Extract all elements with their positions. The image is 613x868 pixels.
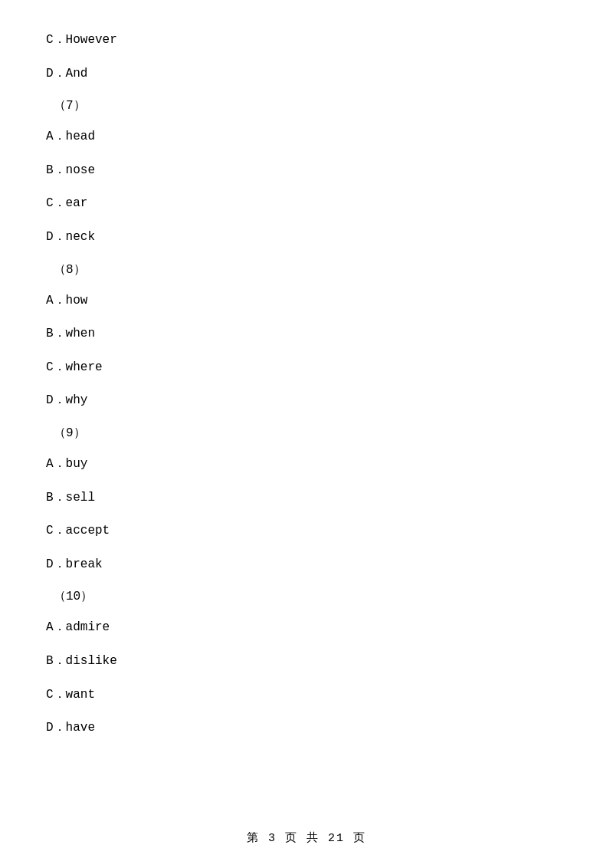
option-c-however-label: C．However [46, 33, 117, 47]
q10-option-d: D．have [46, 718, 567, 738]
q7-option-c: C．ear [46, 194, 567, 214]
question-8-number: （8） [46, 261, 567, 278]
q7-option-a: A．head [46, 127, 567, 147]
page-footer: 第 3 页 共 21 页 [0, 830, 613, 845]
q9-option-b: B．sell [46, 488, 567, 508]
q8-option-a: A．how [46, 291, 567, 311]
q8-option-b: B．when [46, 324, 567, 344]
q7-option-b: B．nose [46, 161, 567, 181]
q9-option-c: C．accept [46, 521, 567, 541]
q8-option-d: D．why [46, 391, 567, 411]
option-c-however: C．However [46, 31, 567, 51]
option-d-and-label: D．And [46, 67, 87, 81]
option-d-and: D．And [46, 64, 567, 84]
q10-option-c: C．want [46, 686, 567, 705]
question-10-number: （10） [46, 588, 567, 604]
question-7-number: （7） [46, 97, 567, 113]
question-9-number: （9） [46, 425, 567, 441]
q10-option-b: B．dislike [46, 652, 567, 672]
q9-option-a: A．buy [46, 455, 567, 475]
q9-option-d: D．break [46, 555, 567, 575]
page-content: C．However D．And （7） A．head B．nose C．ear … [0, 0, 613, 798]
q10-option-a: A．admire [46, 618, 567, 638]
q7-option-d: D．neck [46, 228, 567, 248]
q8-option-c: C．where [46, 358, 567, 378]
